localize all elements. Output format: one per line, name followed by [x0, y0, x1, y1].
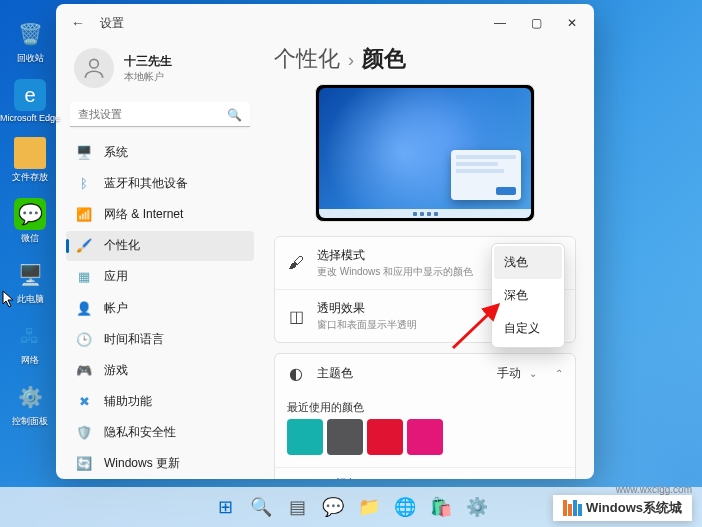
taskbar-taskview[interactable]: ▤: [281, 491, 313, 523]
main-content: 个性化 › 颜色 🖌: [264, 42, 594, 479]
user-name: 十三先生: [124, 53, 172, 70]
desktop-icons: 🗑️回收站 eMicrosoft Edge 文件存放 💬微信 🖥️此电脑 🖧网络…: [8, 18, 52, 428]
taskbar-explorer[interactable]: 📁: [353, 491, 385, 523]
nav-label: 网络 & Internet: [104, 206, 183, 223]
mode-option-dark[interactable]: 深色: [494, 279, 562, 312]
chevron-right-icon: ›: [348, 50, 354, 71]
nav-label: 应用: [104, 268, 128, 285]
control-panel-icon: ⚙️: [14, 381, 46, 413]
nav-icon: 🖌️: [76, 238, 92, 254]
color-swatch-1[interactable]: [327, 419, 363, 455]
settings-window: ← 设置 — ▢ ✕ 十三先生 本地帐户 �: [56, 4, 594, 479]
user-account[interactable]: 十三先生 本地帐户: [66, 42, 254, 98]
watermark-url: www.wxclgg.com: [616, 484, 692, 495]
search-icon: 🔍: [227, 108, 242, 122]
nav-label: 系统: [104, 144, 128, 161]
nav-item-1[interactable]: ᛒ蓝牙和其他设备: [66, 168, 254, 198]
color-swatch-2[interactable]: [367, 419, 403, 455]
theme-preview: [315, 84, 535, 222]
taskbar-edge[interactable]: 🌐: [389, 491, 421, 523]
color-swatch-3[interactable]: [407, 419, 443, 455]
desktop-icon-files[interactable]: 文件存放: [8, 137, 52, 184]
chevron-up-icon: ⌃: [555, 368, 563, 379]
chevron-down-icon: ⌄: [529, 368, 537, 379]
nav-label: 隐私和安全性: [104, 424, 176, 441]
breadcrumb-current: 颜色: [362, 44, 406, 74]
nav-icon: 🎮: [76, 362, 92, 378]
desktop-icon-edge[interactable]: eMicrosoft Edge: [8, 79, 52, 123]
nav-item-4[interactable]: ▦应用: [66, 262, 254, 292]
desktop-icon-wechat[interactable]: 💬微信: [8, 198, 52, 245]
nav-label: Windows 更新: [104, 455, 180, 472]
nav-item-0[interactable]: 🖥️系统: [66, 137, 254, 167]
desktop-icon-this-pc[interactable]: 🖥️此电脑: [8, 259, 52, 306]
nav-icon: 👤: [76, 300, 92, 316]
nav-icon: ᛒ: [76, 175, 92, 191]
color-swatch-0[interactable]: [287, 419, 323, 455]
nav-item-10[interactable]: 🔄Windows 更新: [66, 449, 254, 479]
titlebar: ← 设置 — ▢ ✕: [56, 4, 594, 42]
nav-item-9[interactable]: 🛡️隐私和安全性: [66, 418, 254, 448]
nav-icon: 📶: [76, 206, 92, 222]
watermark: Windows系统城: [553, 495, 692, 521]
monitor-icon: 🖥️: [14, 259, 46, 291]
watermark-logo-icon: [563, 500, 582, 516]
mode-option-custom[interactable]: 自定义: [494, 312, 562, 345]
nav-item-2[interactable]: 📶网络 & Internet: [66, 199, 254, 229]
recent-colors: [275, 419, 575, 467]
maximize-button[interactable]: ▢: [518, 8, 554, 38]
user-type: 本地帐户: [124, 70, 172, 84]
transparency-icon: ◫: [287, 307, 305, 325]
nav-label: 蓝牙和其他设备: [104, 175, 188, 192]
taskbar-settings[interactable]: ⚙️: [461, 491, 493, 523]
nav-list: 🖥️系统ᛒ蓝牙和其他设备📶网络 & Internet🖌️个性化▦应用👤帐户🕒时间…: [66, 137, 254, 479]
nav-icon: 🛡️: [76, 425, 92, 441]
nav-label: 辅助功能: [104, 393, 152, 410]
back-button[interactable]: ←: [60, 8, 96, 38]
desktop-icon-control-panel[interactable]: ⚙️控制面板: [8, 381, 52, 428]
nav-item-7[interactable]: 🎮游戏: [66, 355, 254, 385]
avatar-icon: [74, 48, 114, 88]
trash-icon: 🗑️: [14, 18, 46, 50]
edge-icon: e: [14, 79, 46, 111]
taskbar-search[interactable]: 🔍: [245, 491, 277, 523]
folder-icon: [14, 137, 46, 169]
nav-item-6[interactable]: 🕒时间和语言: [66, 324, 254, 354]
nav-item-8[interactable]: ✖辅助功能: [66, 387, 254, 417]
nav-icon: 🖥️: [76, 144, 92, 160]
nav-item-5[interactable]: 👤帐户: [66, 293, 254, 323]
preview-window-icon: [451, 150, 521, 200]
nav-label: 游戏: [104, 362, 128, 379]
wechat-icon: 💬: [14, 198, 46, 230]
nav-item-3[interactable]: 🖌️个性化: [66, 231, 254, 261]
palette-icon: ◐: [287, 364, 305, 382]
brush-icon: 🖌: [287, 254, 305, 272]
nav-label: 帐户: [104, 300, 128, 317]
svg-point-0: [90, 59, 99, 68]
nav-icon: 🔄: [76, 456, 92, 472]
mode-dropdown-menu: 浅色 深色 自定义: [491, 243, 565, 348]
nav-label: 时间和语言: [104, 331, 164, 348]
nav-icon: ▦: [76, 269, 92, 285]
setting-accent-color[interactable]: ◐ 主题色 手动⌄ ⌃: [275, 354, 575, 392]
taskbar-chat[interactable]: 💬: [317, 491, 349, 523]
minimize-button[interactable]: —: [482, 8, 518, 38]
desktop-icon-network[interactable]: 🖧网络: [8, 320, 52, 367]
breadcrumb-parent[interactable]: 个性化: [274, 44, 340, 74]
taskbar-store[interactable]: 🛍️: [425, 491, 457, 523]
sidebar: 十三先生 本地帐户 🔍 🖥️系统ᛒ蓝牙和其他设备📶网络 & Internet🖌️…: [56, 42, 264, 479]
nav-icon: ✖: [76, 394, 92, 410]
window-title: 设置: [100, 15, 124, 32]
nav-label: 个性化: [104, 237, 140, 254]
windows-colors-label: Windows 颜色: [275, 467, 575, 479]
recent-colors-label: 最近使用的颜色: [275, 392, 575, 419]
accent-dropdown[interactable]: 手动⌄ ⌃: [493, 365, 563, 382]
search-input[interactable]: [70, 102, 250, 127]
desktop-icon-recycle-bin[interactable]: 🗑️回收站: [8, 18, 52, 65]
mode-option-light[interactable]: 浅色: [494, 246, 562, 279]
close-button[interactable]: ✕: [554, 8, 590, 38]
breadcrumb: 个性化 › 颜色: [274, 44, 576, 74]
taskbar-start[interactable]: ⊞: [209, 491, 241, 523]
network-icon: 🖧: [14, 320, 46, 352]
nav-icon: 🕒: [76, 331, 92, 347]
